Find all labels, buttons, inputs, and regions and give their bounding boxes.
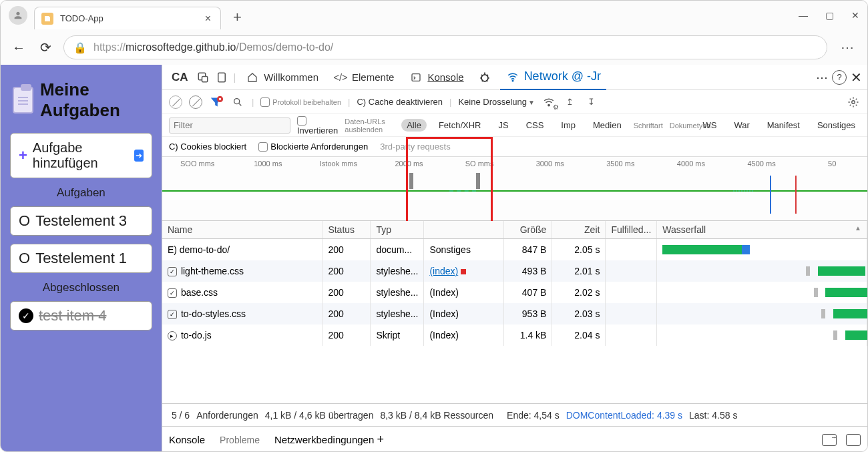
- filter-ws[interactable]: WS: [697, 119, 722, 132]
- wifi-icon: [505, 69, 520, 84]
- task-radio-icon[interactable]: O: [19, 250, 30, 267]
- upload-har-icon[interactable]: ↥: [563, 95, 578, 109]
- drawer-dock-icon[interactable]: [846, 434, 861, 446]
- filter-funnel-icon[interactable]: [209, 95, 224, 109]
- devtools-more-icon[interactable]: ⋯: [816, 70, 828, 85]
- col-status[interactable]: Status: [322, 221, 371, 239]
- devtools-close-icon[interactable]: ✕: [851, 69, 862, 85]
- stop-record-icon[interactable]: [169, 95, 182, 109]
- device-emulation-icon[interactable]: [214, 70, 229, 85]
- filter-font[interactable]: Schriftart: [634, 122, 663, 130]
- tab-network[interactable]: Network @ -Jr: [500, 65, 606, 90]
- drawer-expand-icon[interactable]: [822, 434, 837, 446]
- filter-all[interactable]: Alle: [401, 119, 427, 132]
- minimize-button[interactable]: —: [799, 10, 808, 21]
- table-row[interactable]: ✓base.css200styleshe...(Index) 407 B2.02…: [162, 282, 867, 303]
- drawer-tab-console[interactable]: Konsole: [169, 434, 205, 445]
- clear-icon[interactable]: [189, 95, 202, 109]
- back-button[interactable]: ←: [10, 39, 27, 56]
- filter-wasm[interactable]: War: [728, 119, 754, 132]
- tab-console[interactable]: Konsole: [403, 67, 469, 87]
- hide-data-urls-checkbox[interactable]: Daten-URLs ausblenden: [345, 118, 395, 134]
- filter-img[interactable]: Imp: [556, 119, 581, 132]
- cell-waterfall: [657, 260, 867, 282]
- profile-avatar[interactable]: [9, 6, 27, 25]
- task-radio-icon[interactable]: O: [19, 212, 30, 230]
- inspect-element-icon[interactable]: [196, 70, 210, 85]
- col-fulfilled[interactable]: Fulfilled...: [606, 221, 657, 239]
- network-filter-input[interactable]: [169, 118, 290, 134]
- timeline-tick: 4000 ms: [656, 157, 726, 172]
- cell-name: E) demo-to-do/: [162, 239, 322, 261]
- tab-welcome[interactable]: Willkommen: [240, 67, 324, 87]
- devtools-help-icon[interactable]: ?: [832, 70, 847, 85]
- cell-initiator: (Index): [424, 303, 504, 324]
- search-icon[interactable]: [230, 95, 245, 109]
- done-task-item[interactable]: ✓ test item 4: [10, 301, 152, 330]
- network-request-table[interactable]: Name Status Typ Größe Zeit Fulfilled... …: [162, 221, 867, 403]
- cell-initiator[interactable]: (index): [424, 260, 504, 282]
- cell-name: ✓light-theme.css: [162, 260, 322, 282]
- cell-fulfilled: [606, 239, 657, 261]
- add-task-button[interactable]: + Aufgabe hinzufügen ➜: [10, 133, 152, 178]
- drawer-tab-problems[interactable]: Probleme: [220, 435, 260, 445]
- filter-fetch[interactable]: Fetch/XHR: [433, 119, 487, 132]
- browser-tab[interactable]: TODO-App ×: [34, 7, 221, 29]
- filter-css[interactable]: CSS: [521, 119, 550, 132]
- cell-type: styleshe...: [371, 282, 424, 303]
- network-settings-icon[interactable]: [846, 95, 861, 109]
- blocked-cookies-checkbox[interactable]: C) Cookies blockiert: [169, 142, 246, 152]
- tab-elements-label: Elemente: [352, 71, 394, 83]
- close-window-button[interactable]: ✕: [851, 10, 859, 21]
- new-tab-button[interactable]: +: [228, 9, 247, 26]
- col-waterfall[interactable]: Wasserfall▲: [657, 221, 867, 239]
- cell-time: 2.04 s: [552, 324, 606, 346]
- tab-close-icon[interactable]: ×: [205, 13, 211, 25]
- invert-checkbox[interactable]: Invertieren: [297, 115, 338, 136]
- refresh-button[interactable]: ⟳: [37, 39, 54, 56]
- table-row[interactable]: E) demo-to-do/200docum...Sonstiges 847 B…: [162, 239, 867, 261]
- filter-manifest[interactable]: Manifest: [762, 119, 805, 132]
- browser-menu-button[interactable]: ⋯: [837, 39, 858, 55]
- col-initiator[interactable]: [424, 221, 504, 239]
- task-item[interactable]: O Testelement 3: [10, 206, 152, 236]
- cell-fulfilled: [606, 324, 657, 346]
- col-size[interactable]: Größe: [504, 221, 552, 239]
- table-header-row: Name Status Typ Größe Zeit Fulfilled... …: [162, 221, 867, 239]
- drawer-tab-network-conditions[interactable]: Netzwerkbedingungen +: [274, 433, 384, 447]
- devtools-lang-badge[interactable]: CA: [168, 71, 192, 84]
- bug-icon[interactable]: [477, 70, 492, 85]
- filter-other[interactable]: Sonstiges: [812, 119, 861, 132]
- task-check-icon[interactable]: ✓: [19, 308, 33, 323]
- disable-cache-checkbox[interactable]: C) Cache deaktivieren: [357, 97, 443, 107]
- filter-js[interactable]: JS: [493, 119, 513, 132]
- throttle-wifi-icon[interactable]: ⚙: [541, 95, 556, 109]
- col-time[interactable]: Zeit: [552, 221, 606, 239]
- throttling-label: Keine Drosselung: [458, 97, 527, 107]
- download-har-icon[interactable]: ↧: [584, 95, 599, 109]
- tab-favicon: [41, 13, 53, 25]
- filter-media[interactable]: Medien: [588, 119, 627, 132]
- url-host: microsoftedge.github.io: [126, 41, 236, 53]
- blocked-requests-checkbox[interactable]: Blockierte Anforderungen: [258, 142, 368, 152]
- table-row[interactable]: ▸to-do.js200Skript(Index) 1.4 kB2.04 s: [162, 324, 867, 346]
- cell-time: 2.02 s: [552, 282, 606, 303]
- throttling-select[interactable]: Keine Drosselung▼: [458, 97, 535, 107]
- elements-icon: </>: [333, 70, 348, 85]
- task-item[interactable]: O Testelement 1: [10, 244, 152, 273]
- timeline-tick: 4500 ms: [726, 157, 797, 172]
- col-type[interactable]: Typ: [371, 221, 424, 239]
- request-count-label: Anforderungen: [196, 410, 258, 421]
- table-row[interactable]: ✓light-theme.css200styleshe...(index) 49…: [162, 260, 867, 282]
- tab-elements[interactable]: </> Elemente: [328, 67, 399, 87]
- preserve-log-checkbox[interactable]: Protokoll beibehalten: [260, 97, 341, 107]
- cell-type: Skript: [371, 324, 424, 346]
- finish-time: Ende: 4,54 s: [507, 410, 560, 421]
- svg-point-5: [512, 80, 513, 81]
- maximize-button[interactable]: ▢: [825, 10, 834, 21]
- col-name[interactable]: Name: [162, 221, 322, 239]
- network-timeline[interactable]: SOO mms1000 msIstook mms2000 msSO mms300…: [162, 157, 867, 221]
- table-row[interactable]: ✓to-do-styles.css200styleshe...(Index) 9…: [162, 303, 867, 324]
- dcl-marker: [770, 176, 771, 214]
- url-input[interactable]: 🔒 https://microsoftedge.github.io/Demos/…: [63, 35, 827, 59]
